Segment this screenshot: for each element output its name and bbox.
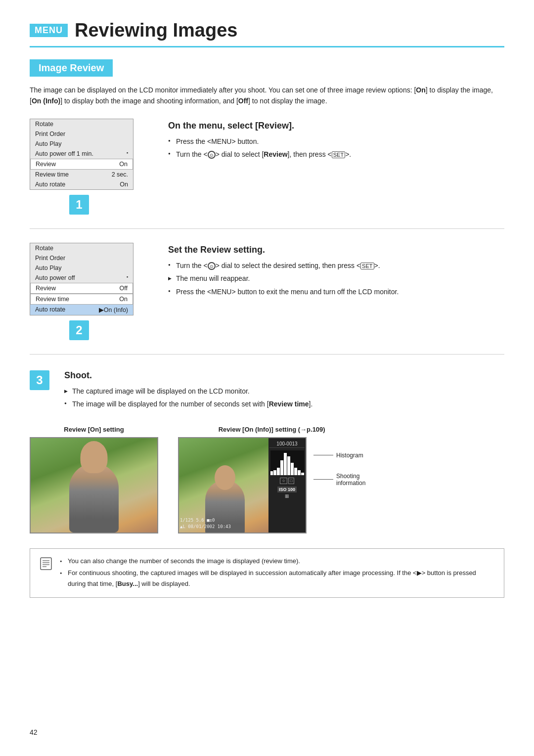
intro-text: The image can be displayed on the LCD mo… [30, 85, 504, 107]
h-bar-10 [301, 473, 304, 475]
step2-bullet-2: The menu will reappear. [168, 273, 504, 284]
callout-labels: Histogram Shootinginformation [313, 437, 365, 487]
h-bar-8 [294, 468, 297, 475]
step2-title: Set the Review setting. [168, 245, 504, 255]
note-content: You can also change the number of second… [60, 556, 495, 590]
step2-menu-reviewtime: Review timeOn [30, 294, 133, 305]
page-title-row: MENU Reviewing Images [30, 20, 504, 47]
step2-menu-print: Print Order [30, 253, 133, 263]
menu-row-rotate: Rotate [30, 119, 133, 129]
step1-left: Rotate Print Order Auto Play Auto power … [30, 119, 153, 215]
photo-left-sim [30, 437, 158, 534]
histogram-bars [270, 450, 304, 475]
step3-bullets: The captured image will be displayed on … [64, 386, 504, 410]
info-iso-value: ISO 100 [277, 487, 297, 492]
step2-menu-autopoweroff: Auto power off▪ [30, 273, 133, 283]
step2-number-wrapper: 2 [69, 320, 89, 340]
menu-row-reviewtime: Review time2 sec. [30, 170, 133, 179]
step1-menu: Rotate Print Order Auto Play Auto power … [30, 119, 134, 190]
h-bar-1 [270, 471, 273, 475]
menu-row-print: Print Order [30, 129, 133, 139]
callout-line-1 [313, 455, 333, 455]
histogram-area [270, 450, 304, 475]
info-iso-row: ISO 100 [269, 487, 305, 492]
photo-info-sidebar: 100-0013 [268, 438, 306, 534]
photo-right-block: Review [On (Info)] setting (→p.109) 100-… [178, 426, 365, 534]
page-title: Reviewing Images [75, 20, 237, 41]
info-file-number: 100-0013 [269, 440, 305, 448]
step2-menu-rotate: Rotate [30, 243, 133, 253]
menu-row-autorotate: Auto rotateOn [30, 179, 133, 189]
step2-bullet-1: Turn the <⊙> dial to select the desired … [168, 260, 504, 271]
h-bar-4 [280, 460, 283, 475]
info-aperture-val: 5.6 [196, 518, 204, 523]
step3-title: Shoot. [64, 370, 504, 381]
page-number: 42 [30, 728, 38, 736]
step2-menu-autorotate: Auto rotate▶On (Info) [30, 305, 133, 315]
h-bar-3 [277, 468, 280, 475]
step1-bullet-1: Press the <MENU> button. [168, 136, 504, 147]
h-bar-7 [291, 463, 294, 475]
note-svg-icon [39, 557, 53, 571]
menu-row-autoplay: Auto Play [30, 139, 133, 149]
step1-number: 1 [69, 195, 89, 215]
callout-line-2 [313, 479, 333, 480]
callout-shooting-info: Shootinginformation [313, 473, 365, 487]
step1-area: Rotate Print Order Auto Play Auto power … [30, 119, 504, 215]
step2-menu-autoplay: Auto Play [30, 263, 133, 273]
step-divider-1 [30, 228, 504, 229]
info-exposure-comp: ■±0 [207, 518, 215, 523]
step2-bullets: Turn the <⊙> dial to select the desired … [168, 260, 504, 297]
section-heading: Image Review [30, 59, 113, 77]
h-bar-9 [298, 470, 301, 475]
callout-shooting-text: Shootinginformation [336, 473, 365, 487]
photo-info-wrapper: 100-0013 [178, 437, 365, 534]
callout-histogram: Histogram [313, 452, 365, 459]
svg-rect-0 [41, 558, 51, 570]
callout-histogram-text: Histogram [336, 452, 363, 459]
info-drive-val: ▲L [180, 524, 185, 529]
step3-area: 3 Shoot. The captured image will be disp… [30, 368, 504, 412]
photo-left-block: Review [On] setting [30, 426, 158, 534]
photo-left-label: Review [On] setting [64, 426, 124, 433]
step2-menu: Rotate Print Order Auto Play Auto power … [30, 243, 134, 315]
step3-bullet-1: The captured image will be displayed on … [64, 386, 504, 397]
note-icon [39, 557, 53, 574]
photo-info-sim: 100-0013 [178, 437, 307, 534]
note-box: You can also change the number of second… [30, 548, 504, 598]
step3-bullet-2: The image will be displayed for the numb… [64, 399, 504, 409]
info-bottom-text: 1/125 5.6 ■±0 ▲L 08/01/2002 10:43 [180, 517, 231, 531]
step-divider-2 [30, 354, 504, 355]
step1-content: On the menu, select [Review]. Press the … [168, 119, 504, 162]
step3-content: Shoot. The captured image will be displa… [64, 368, 504, 412]
step3-left: 3 [30, 370, 49, 390]
photos-row: Review [On] setting Review [On (Info)] s… [30, 426, 504, 534]
note-list: You can also change the number of second… [60, 556, 495, 589]
step1-bullets: Press the <MENU> button. Turn the <⊙> di… [168, 136, 504, 160]
info-icon-box-1: ☆ [280, 478, 287, 484]
menu-row-autopoweroff: Auto power off 1 min.▪ [30, 149, 133, 159]
step3-number: 3 [30, 370, 49, 390]
note-item-1: You can also change the number of second… [60, 556, 495, 567]
step1-title: On the menu, select [Review]. [168, 121, 504, 131]
step2-area: Rotate Print Order Auto Play Auto power … [30, 243, 504, 340]
photo-info-image-head [215, 465, 235, 490]
h-bar-6 [287, 456, 290, 475]
step1-bullet-2: Turn the <⊙> dial to select [Review], th… [168, 149, 504, 160]
info-date-val: 08/01/2002 10:43 [188, 524, 231, 529]
menu-badge: MENU [30, 24, 68, 37]
h-bar-2 [273, 470, 276, 475]
step2-bullet-3: Press the <MENU> button to exit the menu… [168, 286, 504, 297]
menu-row-review-highlighted: ReviewOn [30, 159, 133, 170]
info-drive-icon: ▦ [285, 493, 289, 498]
step2-menu-review: ReviewOff [30, 283, 133, 294]
info-icons-row: ☆ □ [269, 477, 305, 485]
note-item-2: For continuous shooting, the captured im… [60, 568, 495, 589]
h-bar-5 [284, 453, 287, 475]
photo-sim-head [81, 441, 108, 473]
info-icon-box-2: □ [288, 478, 295, 484]
info-drive-row: ▦ [269, 493, 305, 498]
step2-content: Set the Review setting. Turn the <⊙> dia… [168, 243, 504, 299]
info-shutter-aperture: 1/125 [180, 518, 193, 523]
photo-right-label: Review [On (Info)] setting (→p.109) [219, 426, 325, 433]
